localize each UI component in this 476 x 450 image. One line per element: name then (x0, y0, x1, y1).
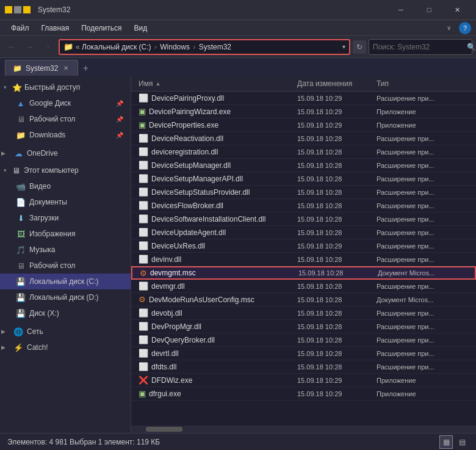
table-row[interactable]: ⬜ DeviceUpdateAgent.dll 15.09.18 10:28 Р… (131, 226, 476, 239)
tab-system32[interactable]: 📁 System32 ✕ (5, 60, 78, 76)
tab-bar: 📁 System32 ✕ + (0, 57, 476, 76)
sidebar-quick-access[interactable]: ▾ ⭐ Быстрый доступ (0, 79, 131, 95)
sidebar-item-video[interactable]: 📹 Видео (0, 178, 131, 194)
column-date-label: Дата изменения (297, 79, 352, 88)
address-dropdown-icon[interactable]: ▾ (342, 43, 345, 50)
sidebar-item-desktop2[interactable]: 🖥 Рабочий стол (0, 258, 131, 274)
file-name: devinv.dll (151, 255, 181, 264)
sidebar-item-catch[interactable]: ▶ ⚡ Catch! (0, 339, 131, 355)
sidebar-item-drive-x[interactable]: 💾 Диск (X:) (0, 305, 131, 321)
expand-icon: ▾ (4, 84, 10, 90)
table-row[interactable]: ⬜ DeviceSoftwareInstallationClient.dll 1… (131, 212, 476, 226)
up-button[interactable]: ↑ (40, 39, 56, 55)
table-row[interactable]: ⬜ DeviceSetupStatusProvider.dll 15.09.18… (131, 186, 476, 199)
file-icon: ▣ (139, 389, 146, 398)
forward-button[interactable]: → (22, 39, 38, 55)
file-icon: ⬜ (139, 201, 148, 210)
sidebar-item-downloads[interactable]: 📁 Downloads 📌 (0, 127, 131, 143)
menu-share[interactable]: Поделиться (75, 23, 128, 34)
breadcrumb-windows[interactable]: Windows (160, 43, 190, 51)
file-area: Имя ▲ Дата изменения Тип ⬜ DevicePairing… (131, 76, 476, 433)
table-row[interactable]: ⚙ DevModeRunAsUserConfig.msc 15.09.18 10… (131, 293, 476, 307)
view-list-button[interactable]: ▤ (455, 435, 469, 449)
file-icon: ⬜ (139, 228, 148, 237)
menu-file[interactable]: Файл (5, 23, 35, 34)
sidebar-item-drive-d[interactable]: 💾 Локальный диск (D:) (0, 289, 131, 305)
sidebar-item-drive-c[interactable]: 💾 Локальный диск (C:) (0, 274, 131, 289)
sidebar-label-drive-c: Локальный диск (C:) (29, 277, 99, 286)
menu-home[interactable]: Главная (35, 23, 76, 34)
table-row[interactable]: ⬜ devobj.dll 15.09.18 10:28 Расширение п… (131, 307, 476, 320)
app-icon-yellow (5, 6, 12, 13)
sidebar-label-desktop2: Рабочий стол (29, 261, 75, 270)
drive-c-icon: 💾 (16, 277, 26, 286)
table-row[interactable]: ⬜ DevicesFlowBroker.dll 15.09.18 10:28 Р… (131, 199, 476, 212)
view-grid-button[interactable]: ▦ (439, 435, 453, 449)
toolbar: ← → ↑ 📁 « Локальный диск (C:) › Windows … (0, 35, 476, 57)
column-type-header[interactable]: Тип (372, 79, 474, 88)
file-name: deviceregistration.dll (151, 148, 218, 156)
google-drive-icon: ▲ (16, 99, 26, 108)
sidebar-label-google-drive: Google Диск (29, 99, 71, 107)
file-name: DeviceSetupStatusProvider.dll (151, 188, 250, 197)
table-row[interactable]: ⬜ dfdts.dll 15.09.18 10:28 Расширение пр… (131, 360, 476, 374)
maximize-button[interactable]: □ (415, 0, 443, 20)
sidebar-this-pc[interactable]: ▾ 🖥 Этот компьютер (0, 162, 131, 178)
table-row[interactable]: ⬜ DeviceSetupManagerAPI.dll 15.09.18 10:… (131, 172, 476, 186)
breadcrumb-system32[interactable]: System32 (199, 43, 231, 51)
search-bar[interactable]: 🔍 (369, 39, 472, 55)
table-row[interactable]: ⬜ DeviceUxRes.dll 15.09.18 10:29 Расшире… (131, 239, 476, 253)
tab-add-button[interactable]: + (78, 61, 93, 76)
sidebar-item-docs[interactable]: 📄 Документы (0, 194, 131, 210)
this-pc-expand-icon: ▾ (4, 167, 10, 173)
file-name: DevicePairingWizard.exe (149, 107, 231, 116)
table-row[interactable]: ⬜ devinv.dll 15.09.18 10:28 Расширение п… (131, 253, 476, 266)
table-row[interactable]: ⬜ deviceregistration.dll 15.09.18 10:28 … (131, 145, 476, 159)
table-row[interactable]: ⚙ devmgmt.msc 15.09.18 10:28 Документ Mi… (131, 266, 476, 280)
tab-close-button[interactable]: ✕ (62, 64, 70, 73)
menu-view[interactable]: Вид (128, 23, 153, 34)
table-row[interactable]: ▣ DevicePairingWizard.exe 15.09.18 10:29… (131, 105, 476, 118)
main-area: ▾ ⭐ Быстрый доступ ▲ Google Диск 📌 🖥 Раб… (0, 76, 476, 433)
bottom-scrollbar[interactable] (131, 426, 476, 433)
column-date-header[interactable]: Дата изменения (292, 79, 372, 88)
status-bar: Элементов: 4 981 Выбран 1 элемент: 119 К… (0, 433, 476, 450)
pin-icon3: 📌 (116, 132, 123, 139)
file-icon: ▣ (139, 120, 146, 129)
sidebar-item-network[interactable]: ▶ 🌐 Сеть (0, 324, 131, 339)
table-row[interactable]: ▣ dfrgui.exe 15.09.18 10:29 Приложение (131, 387, 476, 401)
refresh-button[interactable]: ↻ (353, 40, 366, 54)
table-row[interactable]: ⬜ devmgr.dll 15.09.18 10:28 Расширение п… (131, 280, 476, 293)
quick-access-label: Быстрый доступ (24, 83, 80, 92)
close-button[interactable]: ✕ (443, 0, 471, 20)
help-button[interactable]: ? (459, 22, 471, 34)
table-row[interactable]: ⬜ DeviceReactivation.dll 15.09.18 10:28 … (131, 132, 476, 145)
sort-icon: ▲ (155, 81, 160, 87)
sidebar-item-downloads2[interactable]: ⬇ Загрузки (0, 210, 131, 226)
minimize-button[interactable]: ─ (387, 0, 415, 20)
table-row[interactable]: ⬜ DevPropMgr.dll 15.09.18 10:28 Расширен… (131, 320, 476, 333)
table-row[interactable]: ⬜ DevicePairingProxy.dll 15.09.18 10:29 … (131, 92, 476, 105)
menu-chevron-down[interactable]: ∨ (441, 20, 456, 36)
sidebar-label-catch: Catch! (27, 343, 48, 352)
sidebar-item-music[interactable]: 🎵 Музыка (0, 242, 131, 258)
column-name-header[interactable]: Имя ▲ (134, 79, 292, 88)
back-button[interactable]: ← (4, 39, 20, 55)
table-row[interactable]: ⬜ DevQueryBroker.dll 15.09.18 10:28 Расш… (131, 333, 476, 347)
table-row[interactable]: ⬜ DeviceSetupManager.dll 15.09.18 10:28 … (131, 159, 476, 172)
sidebar-item-desktop-quick[interactable]: 🖥 Рабочий стол 📌 (0, 111, 131, 127)
table-row[interactable]: ▣ DeviceProperties.exe 15.09.18 10:29 Пр… (131, 118, 476, 132)
sidebar-item-images[interactable]: 🖼 Изображения (0, 226, 131, 242)
search-input[interactable] (373, 43, 464, 51)
title-bar-icons (5, 6, 31, 13)
breadcrumb-drive[interactable]: Локальный диск (C:) (82, 43, 151, 51)
table-row[interactable]: ❌ DFDWiz.exe 15.09.18 10:29 Приложение (131, 374, 476, 387)
sidebar-label-onedrive: OneDrive (27, 149, 58, 158)
file-icon: ⬜ (139, 335, 148, 344)
address-bar[interactable]: 📁 « Локальный диск (C:) › Windows › Syst… (59, 39, 350, 55)
sidebar-item-onedrive[interactable]: ▶ ☁ OneDrive (0, 145, 131, 161)
table-row[interactable]: ⬜ devrtl.dll 15.09.18 10:28 Расширение п… (131, 347, 476, 360)
file-icon: ⬜ (139, 187, 148, 197)
file-icon: ⬜ (139, 362, 148, 371)
sidebar-item-google-drive[interactable]: ▲ Google Диск 📌 (0, 95, 131, 111)
